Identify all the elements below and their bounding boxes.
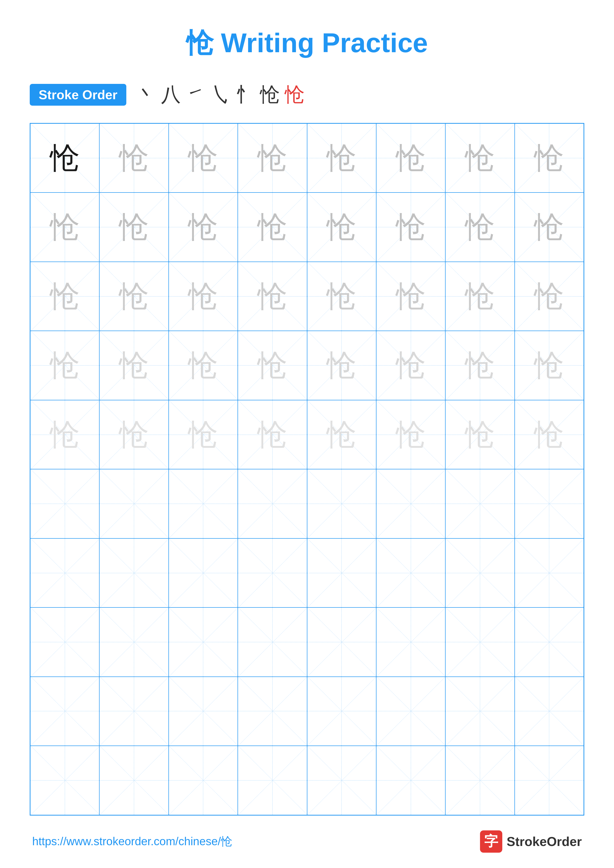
grid-cell[interactable] [445,746,515,815]
grid-cell[interactable] [30,538,99,608]
stroke-1: 丶 [136,81,156,108]
grid-cell[interactable] [515,469,584,538]
cell-character: 怆 [50,420,80,450]
grid-cell[interactable]: 怆 [445,124,515,192]
stroke-7: 怆 [285,81,305,108]
grid-cell[interactable] [307,677,376,746]
stroke-6: 怆 [260,81,280,108]
grid-cell[interactable] [376,469,445,538]
grid-cell[interactable] [99,677,168,746]
grid-cell[interactable] [376,746,445,815]
cell-character: 怆 [396,420,426,450]
grid-cell[interactable]: 怆 [376,124,445,192]
grid-cell[interactable] [445,469,515,538]
grid-cell[interactable]: 怆 [307,331,376,400]
grid-cell[interactable]: 怆 [307,400,376,469]
grid-cell[interactable]: 怆 [445,400,515,469]
grid-cell[interactable]: 怆 [238,331,307,400]
cell-character: 怆 [396,282,426,311]
grid-cell[interactable]: 怆 [99,400,168,469]
title-text: Writing Practice [213,28,428,58]
grid-cell[interactable] [307,608,376,676]
grid-cell[interactable]: 怆 [30,400,99,469]
grid-cell[interactable] [515,608,584,676]
grid-cell[interactable]: 怆 [238,400,307,469]
grid-cell[interactable] [307,469,376,538]
grid-cell[interactable]: 怆 [445,331,515,400]
grid-cell[interactable]: 怆 [515,192,584,262]
grid-cell[interactable] [307,538,376,608]
cell-character: 怆 [119,212,149,242]
grid-cell[interactable]: 怆 [515,124,584,192]
grid-cell[interactable]: 怆 [238,262,307,331]
grid-cell[interactable]: 怆 [169,192,238,262]
cell-character: 怆 [50,282,80,311]
grid-cell[interactable]: 怆 [515,400,584,469]
grid-cell[interactable] [515,538,584,608]
grid-cell[interactable] [445,677,515,746]
grid-cell[interactable]: 怆 [30,124,99,192]
grid-cell[interactable]: 怆 [307,262,376,331]
grid-cell[interactable]: 怆 [169,400,238,469]
brand-icon: 字 [480,831,502,852]
grid-cell[interactable] [99,608,168,676]
grid-cell[interactable] [169,746,238,815]
grid-cell[interactable] [99,469,168,538]
grid-cell[interactable]: 怆 [376,331,445,400]
grid-cell[interactable] [169,677,238,746]
grid-cell[interactable] [238,677,307,746]
grid-cell[interactable]: 怆 [30,262,99,331]
grid-cell[interactable]: 怆 [376,262,445,331]
grid-cell[interactable] [169,469,238,538]
grid-cell[interactable]: 怆 [445,262,515,331]
grid-cell[interactable] [376,538,445,608]
grid-cell[interactable] [99,746,168,815]
grid-cell[interactable] [169,608,238,676]
grid-cell[interactable]: 怆 [376,192,445,262]
grid-cell[interactable]: 怆 [238,124,307,192]
grid-cell[interactable] [445,608,515,676]
grid-cell[interactable] [30,608,99,676]
stroke-2: 八 [161,81,181,108]
grid-cell[interactable]: 怆 [30,331,99,400]
cell-character: 怆 [534,420,564,450]
grid-cell[interactable]: 怆 [307,124,376,192]
grid-cell[interactable]: 怆 [169,262,238,331]
stroke-4: ㇂ [210,81,230,108]
grid-cell[interactable] [99,538,168,608]
grid-cell[interactable]: 怆 [99,192,168,262]
grid-cell[interactable] [30,469,99,538]
grid-cell[interactable] [376,677,445,746]
grid-cell[interactable]: 怆 [30,192,99,262]
footer-brand: 字 StrokeOrder [480,831,582,852]
grid-cell[interactable]: 怆 [515,331,584,400]
grid-cell[interactable] [238,608,307,676]
grid-cell[interactable]: 怆 [99,331,168,400]
grid-cell[interactable]: 怆 [169,331,238,400]
grid-cell[interactable] [169,538,238,608]
grid-cell[interactable]: 怆 [99,124,168,192]
grid-cell[interactable] [445,538,515,608]
grid-cell[interactable] [238,538,307,608]
grid-cell[interactable] [376,608,445,676]
grid-cell[interactable]: 怆 [445,192,515,262]
cell-character: 怆 [50,350,80,380]
grid-cell[interactable] [30,677,99,746]
grid-cell[interactable] [515,677,584,746]
grid-cell[interactable] [307,746,376,815]
stroke-order-section: Stroke Order 丶 八 ㇀ ㇂ 忄 怆 怆 [30,81,584,108]
grid-cell[interactable] [238,746,307,815]
cell-character: 怆 [534,350,564,380]
grid-cell[interactable]: 怆 [515,262,584,331]
grid-cell[interactable] [30,746,99,815]
cell-character: 怆 [327,420,356,450]
grid-cell[interactable] [238,469,307,538]
grid-cell[interactable]: 怆 [307,192,376,262]
grid-cell[interactable]: 怆 [99,262,168,331]
cell-character: 怆 [465,282,495,311]
grid-cell[interactable]: 怆 [376,400,445,469]
grid-cell[interactable]: 怆 [238,192,307,262]
grid-cell[interactable] [515,746,584,815]
stroke-5: 忄 [235,81,255,108]
grid-cell[interactable]: 怆 [169,124,238,192]
